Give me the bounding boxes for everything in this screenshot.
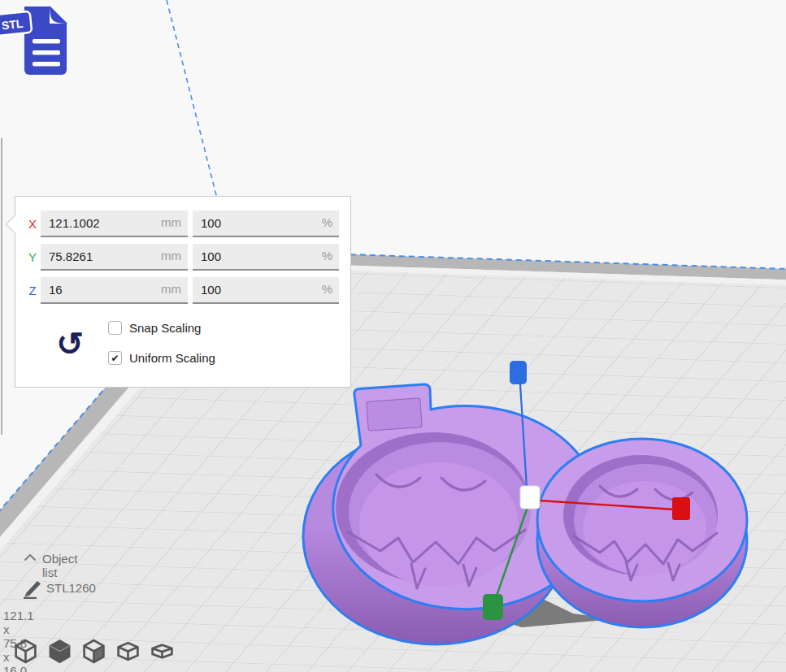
scale-handle-x[interactable] [672, 497, 690, 520]
object-list-item[interactable]: STL1260 [46, 581, 96, 595]
scale-x-mm-input[interactable] [41, 210, 188, 236]
scale-handle-y[interactable] [483, 594, 503, 620]
stl-badge-label: STL [1, 17, 24, 33]
chevron-up-icon[interactable] [23, 553, 37, 562]
x-axis-label: X [25, 210, 40, 237]
uniform-scaling-label: Uniform Scaling [129, 351, 215, 365]
scale-row-z: Z mm % [15, 277, 350, 304]
scale-z-mm-input[interactable] [41, 277, 188, 302]
scale-handle-center[interactable] [520, 486, 540, 509]
cube-squashed-icon[interactable] [115, 638, 141, 664]
uniform-scaling-checkbox[interactable]: ✔ [108, 351, 122, 365]
z-axis-label: Z [25, 277, 40, 304]
slicer-viewport: STL X mm % Y mm % [0, 0, 786, 672]
cube-solid-icon[interactable] [47, 638, 72, 664]
stl-file-icon: STL [0, 0, 77, 81]
snap-scaling-option: Snap Scaling [108, 320, 201, 336]
scale-tool-panel: X mm % Y mm % Z mm [15, 196, 351, 388]
reset-scale-icon[interactable]: ↺ [53, 325, 87, 362]
scale-x-percent-input[interactable] [193, 210, 339, 236]
scale-y-mm-input[interactable] [41, 244, 188, 269]
pencil-icon [21, 578, 44, 599]
cube-flat-icon[interactable] [150, 638, 175, 664]
cube-right-face-icon[interactable] [81, 638, 106, 664]
y-axis-label: Y [25, 244, 40, 271]
build-volume-edge-back [167, 0, 218, 202]
scale-y-percent-input[interactable] [193, 244, 339, 269]
snap-scaling-checkbox[interactable] [108, 321, 122, 335]
scale-row-y: Y mm % [15, 244, 350, 271]
uniform-scaling-option: ✔ Uniform Scaling [108, 350, 215, 366]
scale-z-percent-input[interactable] [193, 277, 339, 302]
scale-handle-z[interactable] [510, 361, 527, 384]
mesh-type-toolbar [13, 638, 175, 664]
snap-scaling-label: Snap Scaling [129, 321, 201, 335]
scale-row-x: X mm % [15, 210, 350, 237]
object-list-toggle[interactable]: Object list [42, 552, 77, 579]
cube-outline-icon[interactable] [13, 638, 38, 664]
